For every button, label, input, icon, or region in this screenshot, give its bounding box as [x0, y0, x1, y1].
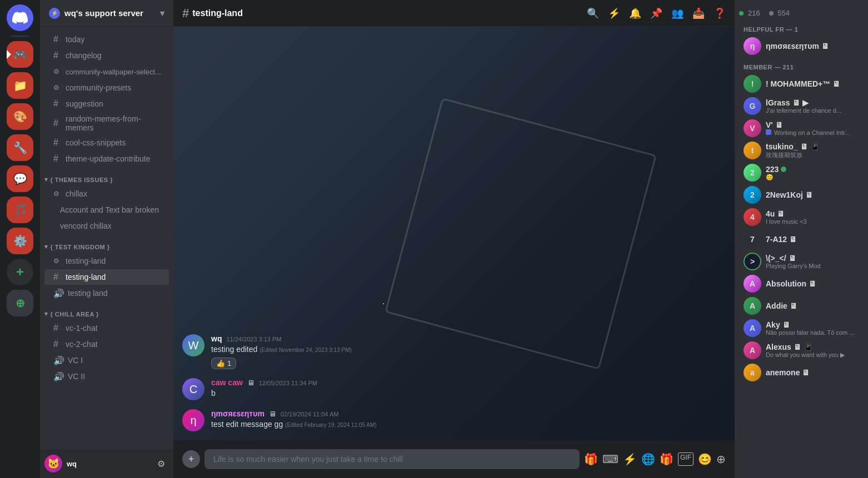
emoji-icon[interactable]: 😊 [698, 452, 712, 466]
user-controls: ⚙ [153, 456, 169, 471]
hash-icon: # [53, 339, 62, 349]
members-icon[interactable]: 👥 [671, 7, 684, 19]
add-attachment-button[interactable]: + [182, 450, 200, 468]
channel-vc1-voice[interactable]: 🔊 VC I [44, 353, 169, 368]
monitor-icon: 🖥 [790, 301, 797, 310]
member-category-member: MEMBER — 211 [744, 64, 859, 71]
translate-icon[interactable]: 🌐 [641, 452, 655, 466]
message-content-1: wq 11/24/2023 3:13 PM testing edited (Ed… [211, 334, 726, 369]
channel-vencord-chillax[interactable]: vencord chillax [44, 218, 169, 234]
member-avatar-v: V [744, 119, 761, 137]
server-header[interactable]: ⚡ wq's support server ▾ [40, 0, 173, 27]
server-icon-5[interactable]: 💬 [7, 165, 33, 192]
message-text-2: b [211, 388, 726, 399]
channel-testing-land-text[interactable]: # testing-land [44, 269, 169, 285]
monitor-icon: 🖥 [789, 235, 797, 244]
member-status-alexus: Do what you want with you ▶ [766, 351, 859, 359]
play-icon: ▶ [802, 98, 809, 107]
channel-community-wallpaper[interactable]: ⚙ community-wallpaper-select... [44, 64, 169, 79]
member-status-aky: Não posso falar nada. Tô com ... [766, 329, 859, 336]
add-server-button[interactable]: + [7, 259, 33, 285]
member-lgrass[interactable]: G lGrass 🖥 ▶ J'ai tellement de chance d.… [739, 95, 864, 117]
category-test-kingdom[interactable]: ▾ { TEST KINGDOM } [40, 234, 173, 253]
gif-icon[interactable]: GIF [678, 452, 694, 466]
member-7a12[interactable]: 7 7-A12 🖥 [739, 228, 864, 250]
category-themes-issues[interactable]: ▾ { THEMES ISSUES } [40, 167, 173, 185]
member-mohammed[interactable]: ! ! MOHAMMED+™ 🖥 [739, 73, 864, 95]
channel-community-presets[interactable]: ⚙ community-presets [44, 80, 169, 95]
custom-icon: ⚙ [53, 84, 62, 92]
keyboard-icon[interactable]: ⌨ [602, 452, 618, 466]
member-name-addie: Addie 🖥 [766, 301, 859, 310]
inbox-icon[interactable]: 📥 [692, 7, 705, 19]
channel-testing-land-custom[interactable]: ⚙ testing-land [44, 253, 169, 269]
channel-chillax[interactable]: ⚙ chillax [44, 186, 169, 202]
server-sidebar: 🎮 📁 🎨 🔧 💬 🎵 ⚙️ + ⊕ [0, 0, 40, 478]
server-icon-2[interactable]: 📁 [7, 72, 33, 99]
custom-icon: ⚙ [53, 68, 62, 76]
member-avatar-slash: > [744, 253, 761, 270]
search-icon[interactable]: 🔍 [587, 7, 599, 19]
channel-vc2-voice[interactable]: 🔊 VC II [44, 369, 169, 384]
hash-icon: # [182, 6, 189, 21]
channel-theme-update[interactable]: # theme-update-contribute [44, 151, 169, 167]
message-header-1: wq 11/24/2023 3:13 PM [211, 334, 726, 343]
mobile-icon: 📱 [804, 343, 813, 351]
channel-today[interactable]: # today [44, 32, 169, 47]
message-timestamp-2: 12/05/2023 11:34 PM [259, 380, 317, 386]
member-tsukino[interactable]: t tsukino_ 🖥 📱 玫瑰接期筑放 [739, 139, 864, 162]
channel-suggestion[interactable]: # suggestion [44, 96, 169, 112]
channel-account-text-bar[interactable]: Account and Text bar broken [44, 202, 169, 218]
server-icon-4[interactable]: 🔧 [7, 134, 33, 161]
command-icon[interactable]: ⚡ [623, 452, 637, 466]
server-icon-1[interactable]: 🎮 [7, 41, 33, 68]
help-icon[interactable]: ❓ [714, 7, 726, 19]
hash-icon: # [53, 154, 62, 164]
member-v[interactable]: V V' 🖥 Working on a Channel Intr... [739, 117, 864, 139]
chat-input-box[interactable]: Life is so much easier when you just tak… [204, 449, 580, 469]
chevron-down-icon: ▾ [160, 8, 164, 18]
server-icon-7[interactable]: ⚙️ [7, 228, 33, 254]
member-avatar-alexus: A [744, 341, 761, 359]
channel-cool-css[interactable]: # cool-css-snippets [44, 135, 169, 150]
hash-icon: # [53, 323, 62, 333]
member-info-absolution: Absolution 🖥 [766, 279, 859, 288]
member-2new1koj[interactable]: 2 2New1Koj 🖥 [739, 184, 864, 206]
sticker-icon[interactable]: 🎁 [660, 452, 674, 466]
member-anemone[interactable]: a anemone 🖥 [739, 361, 864, 384]
member-absolution[interactable]: A Absolution 🖥 [739, 273, 864, 295]
member-etm[interactable]: η ηmσяεsεηтυm 🖥 [739, 35, 864, 57]
online-dot [739, 11, 744, 16]
threads-icon[interactable]: ⚡ [608, 7, 620, 19]
more-icon[interactable]: ⊕ [716, 452, 726, 466]
message-avatar-wq: W [182, 334, 204, 356]
member-slash[interactable]: > \(>_</ 🖥 Playing Garry's Mod [739, 250, 864, 273]
monitor-icon: 🖥 [792, 98, 800, 107]
message-content-2: caw caw 🖥 12/05/2023 11:34 PM b [211, 378, 726, 399]
discord-home-button[interactable] [7, 4, 33, 31]
member-aky[interactable]: A Aky 🖥 Não posso falar nada. Tô com ... [739, 317, 864, 339]
server-icon-6[interactable]: 🎵 [7, 197, 33, 223]
member-addie[interactable]: A Addie 🖥 [739, 295, 864, 317]
member-avatar-4u: 4 [744, 208, 761, 226]
channel-random-memes[interactable]: # random-memes-from-memers [44, 112, 169, 134]
category-chill-area[interactable]: ▾ { CHILL AREA } [40, 301, 173, 320]
member-223[interactable]: 2 223 😊 [739, 162, 864, 184]
message-reaction-1[interactable]: 👍 1 [211, 358, 236, 369]
chevron-down-icon: ▾ [44, 176, 48, 183]
channel-changelog[interactable]: # changelog [44, 48, 169, 63]
monitor-icon: 🖥 [821, 42, 829, 51]
member-4u[interactable]: 4 4u 🖥 I love music <3 [739, 206, 864, 228]
member-avatar-2new: 2 [744, 186, 761, 204]
member-alexus[interactable]: A Alexus 🖥 📱 Do what you want with you ▶ [739, 339, 864, 361]
channel-sidebar: ⚡ wq's support server ▾ # today # change… [40, 0, 173, 478]
channel-vc1-chat[interactable]: # vc-1-chat [44, 320, 169, 336]
channel-vc2-chat[interactable]: # vc-2-chat [44, 336, 169, 352]
explore-servers-button[interactable]: ⊕ [7, 290, 33, 316]
channel-testing-land-voice[interactable]: 🔊 testing land [44, 285, 169, 301]
settings-button[interactable]: ⚙ [153, 456, 169, 471]
gift-icon[interactable]: 🎁 [584, 452, 598, 466]
server-icon-3[interactable]: 🎨 [7, 103, 33, 130]
notifications-icon[interactable]: 🔔 [629, 7, 641, 19]
pin-icon[interactable]: 📌 [650, 7, 662, 19]
